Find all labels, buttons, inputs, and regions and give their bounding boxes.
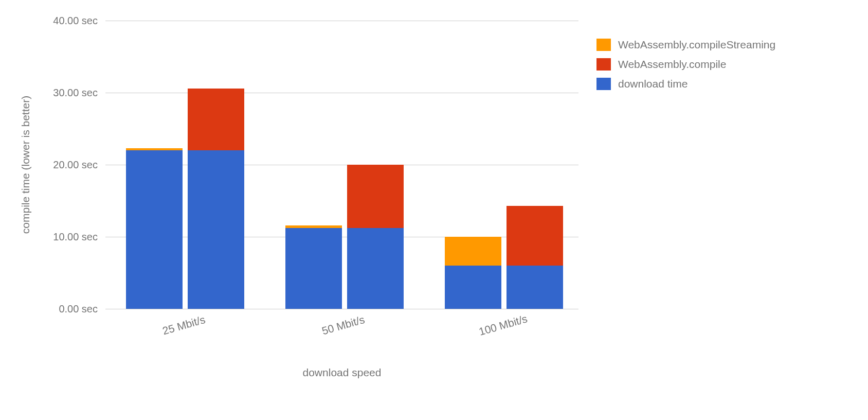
bar-100mbit-streaming [445,237,501,309]
segment-compile [507,206,563,266]
chart: compile time (lower is better) 0.00 sec … [0,0,868,420]
segment-download [285,228,342,309]
segment-stream [445,237,501,266]
legend: WebAssembly.compileStreaming WebAssembly… [596,39,775,97]
x-tick-25mbit: 25 Mbit/s [161,313,207,338]
y-tick-0: 0.00 sec [46,303,98,315]
bar-25mbit-streaming [126,148,183,309]
legend-label: WebAssembly.compileStreaming [618,39,775,51]
y-tick-10: 10.00 sec [46,231,98,243]
legend-label: WebAssembly.compile [618,58,726,71]
legend-swatch-icon [596,78,611,90]
y-tick-30: 30.00 sec [46,87,98,99]
bar-50mbit-streaming [285,225,342,309]
segment-download [347,228,404,309]
legend-swatch-icon [596,58,611,71]
bar-100mbit-compile [507,206,563,309]
bar-25mbit-compile [188,89,244,309]
legend-item-streaming: WebAssembly.compileStreaming [596,39,775,51]
y-tick-20: 20.00 sec [46,159,98,171]
x-tick-100mbit: 100 Mbit/s [478,312,529,338]
plot-area [105,21,578,309]
bars-layer [105,21,578,309]
y-axis-title: compile time (lower is better) [20,96,32,234]
x-axis-title: download speed [105,366,578,379]
x-tick-50mbit: 50 Mbit/s [320,313,366,338]
bar-50mbit-compile [347,165,404,309]
segment-compile [188,89,244,150]
segment-download [507,266,563,309]
segment-compile [347,165,404,228]
legend-label: download time [618,78,688,90]
legend-swatch-icon [596,39,611,51]
segment-download [126,150,183,309]
segment-download [445,266,501,309]
legend-item-download: download time [596,78,775,90]
segment-download [188,150,244,309]
gridline [105,309,578,309]
legend-item-compile: WebAssembly.compile [596,58,775,71]
y-tick-40: 40.00 sec [46,15,98,27]
